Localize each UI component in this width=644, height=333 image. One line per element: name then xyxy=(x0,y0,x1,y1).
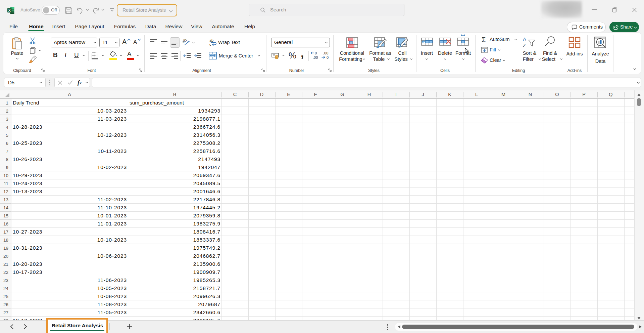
svg-text:X: X xyxy=(8,8,11,12)
svg-text:ab: ab xyxy=(209,39,213,42)
svg-text:Z: Z xyxy=(523,42,526,48)
svg-text:.00: .00 xyxy=(323,51,328,55)
svg-text:A: A xyxy=(523,36,526,42)
svg-text:.00: .00 xyxy=(313,55,318,59)
svg-text:0: 0 xyxy=(327,55,329,59)
svg-text:0: 0 xyxy=(315,51,317,55)
svg-text:c: c xyxy=(209,42,211,46)
